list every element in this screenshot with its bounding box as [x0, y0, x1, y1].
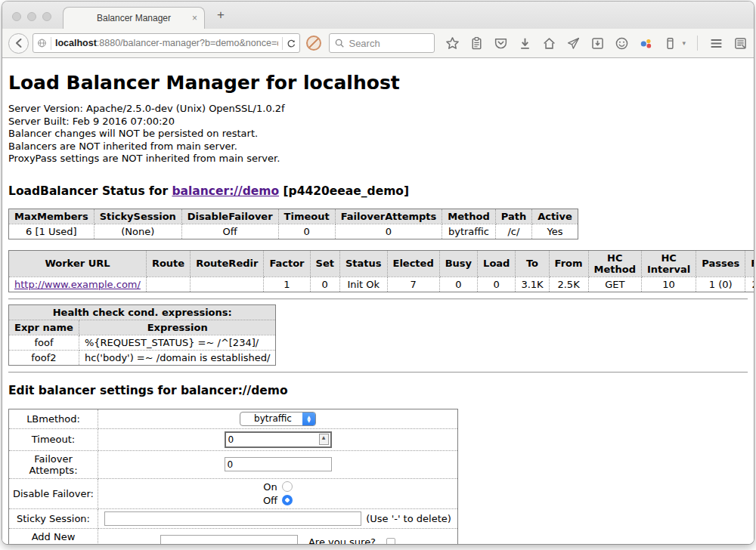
- cell-expression: hc('body') =~ /domain is established/: [79, 350, 276, 365]
- lbmethod-select[interactable]: bytraffic ▲▼: [240, 412, 316, 426]
- column-header: MaxMembers: [9, 209, 94, 224]
- balancer-status-table: MaxMembers StickySession DisableFailover…: [8, 209, 578, 239]
- disable-failover-off-radio[interactable]: [282, 495, 293, 505]
- health-check-title: Health check cond. expressions:: [9, 304, 276, 320]
- content-blocked-icon[interactable]: [306, 36, 321, 51]
- timeout-label: Timeout:: [9, 428, 98, 450]
- table-title-row: Health check cond. expressions:: [9, 304, 276, 320]
- health-check-table: Health check cond. expressions: Expr nam…: [8, 304, 276, 366]
- site-identity-globe-icon[interactable]: [37, 37, 47, 49]
- sticky-session-input[interactable]: [104, 511, 361, 526]
- back-button[interactable]: [8, 33, 29, 54]
- traffic-lights: [12, 12, 51, 21]
- form-row-sticky: Sticky Session: (Use '-' to delete): [9, 508, 458, 528]
- downloads-icon[interactable]: [518, 36, 532, 51]
- dropdown-caret-icon[interactable]: ▾: [682, 39, 686, 47]
- minimize-window-button[interactable]: [27, 12, 36, 21]
- cell-set: 0: [310, 277, 339, 292]
- cell-disablefailover: Off: [181, 224, 278, 239]
- bookmark-star-icon[interactable]: [445, 36, 460, 51]
- column-header: DisableFailover: [181, 209, 278, 224]
- failover-attempts-label: Failover Attempts:: [9, 450, 98, 478]
- disable-failover-label: Disable Failover:: [9, 478, 98, 508]
- sticky-session-label: Sticky Session:: [9, 508, 98, 528]
- status-heading-suffix: [p4420eeae_demo]: [279, 184, 409, 198]
- server-version-line: Server Version: Apache/2.5.0-dev (Unix) …: [8, 103, 748, 116]
- balancer-demo-link[interactable]: balancer://demo: [172, 184, 279, 198]
- lbmethod-cell: bytraffic ▲▼: [98, 409, 458, 428]
- form-row-add-worker: Add New Worker: Are you sure?: [9, 528, 458, 544]
- table-header-row: MaxMembers StickySession DisableFailover…: [9, 209, 578, 224]
- cell-worker-url: http://www.example.com/: [9, 277, 147, 292]
- grid-extension-icon[interactable]: [733, 36, 748, 51]
- cell-to: 3.1K: [516, 277, 549, 292]
- cell-busy: 0: [439, 277, 477, 292]
- zoom-window-button[interactable]: [42, 12, 51, 21]
- column-header: HC Interval: [641, 250, 696, 277]
- search-bar[interactable]: Search: [329, 33, 435, 53]
- cell-status: Init Ok: [339, 277, 387, 292]
- back-arrow-icon: [13, 37, 25, 49]
- column-header: Status: [339, 250, 387, 277]
- timeout-cell: 0 ▲: [98, 428, 458, 450]
- table-row: foof2 hc('body') =~ /domain is establish…: [9, 350, 276, 365]
- pocket-icon[interactable]: [494, 36, 508, 51]
- disable-failover-on-radio[interactable]: [282, 481, 293, 492]
- container-tab-icon[interactable]: [663, 36, 677, 51]
- cell-failoverattempts: 0: [335, 224, 442, 239]
- save-to-box-icon[interactable]: [590, 36, 605, 51]
- column-header: StickySession: [94, 209, 181, 224]
- cell-load: 0: [478, 277, 516, 292]
- send-telemetry-icon[interactable]: [566, 36, 581, 51]
- cell-active: Yes: [532, 224, 578, 239]
- cell-expression: %{REQUEST_STATUS} =~ /^[234]/: [79, 335, 276, 350]
- timeout-value: 0: [226, 434, 319, 445]
- cell-routeredir: [191, 277, 264, 292]
- chat-smiley-icon[interactable]: [615, 36, 629, 51]
- title-bar: Balancer Manager × +: [2, 2, 754, 29]
- inherit-notice-line: Balancers are NOT inherited from main se…: [8, 141, 748, 153]
- url-bar[interactable]: localhost:8880/balancer-manager?b=demo&n…: [33, 33, 300, 53]
- close-window-button[interactable]: [12, 12, 21, 21]
- table-row: 6 [1 Used] (None) Off 0 0 bytraffic /c/ …: [9, 224, 578, 239]
- table-row: foof %{REQUEST_STATUS} =~ /^[234]/: [9, 335, 276, 350]
- number-spinner-icon[interactable]: ▲: [319, 434, 329, 445]
- column-header: Path: [495, 209, 531, 224]
- are-you-sure-checkbox[interactable]: [386, 538, 395, 545]
- new-tab-button[interactable]: +: [217, 8, 225, 23]
- cell-fails: 2 (0): [745, 277, 754, 292]
- column-header: Elected: [387, 250, 439, 277]
- worker-row: http://www.example.com/ 1 0 Init Ok 7 0 …: [9, 277, 754, 292]
- cell-expr-name: foof: [9, 335, 79, 350]
- column-header: Factor: [264, 250, 310, 277]
- column-header: Route: [146, 250, 190, 277]
- reading-list-icon[interactable]: [469, 36, 484, 51]
- close-tab-icon[interactable]: ×: [192, 13, 197, 23]
- colored-dots-extension-icon[interactable]: [639, 36, 653, 51]
- column-header: Timeout: [278, 209, 335, 224]
- url-host: localhost: [55, 38, 97, 48]
- menu-hamburger-icon[interactable]: [709, 36, 723, 51]
- cell-path: /c/: [495, 224, 531, 239]
- timeout-input[interactable]: 0 ▲: [225, 431, 332, 448]
- add-worker-input[interactable]: [160, 535, 298, 544]
- cell-hc-method: GET: [588, 277, 641, 292]
- failover-attempts-input[interactable]: [225, 457, 332, 471]
- server-built-line: Server Built: Feb 9 2016 07:00:20: [8, 116, 748, 128]
- are-you-sure-label: Are you sure?: [308, 536, 376, 544]
- column-header: FailoverAttempts: [335, 209, 442, 224]
- column-header: Worker URL: [9, 250, 147, 277]
- column-header: From: [549, 250, 588, 277]
- worker-url-link[interactable]: http://www.example.com/: [14, 279, 141, 290]
- column-header: Busy: [439, 250, 477, 277]
- page-title: Load Balancer Manager for localhost: [8, 72, 748, 94]
- lbmethod-label: LBmethod:: [9, 409, 98, 428]
- reload-icon[interactable]: [287, 38, 296, 49]
- address-text[interactable]: localhost:8880/balancer-manager?b=demo&n…: [55, 38, 278, 48]
- column-header: Expr name: [9, 320, 79, 335]
- proxypass-notice-line: ProxyPass settings are NOT inherited fro…: [8, 153, 748, 165]
- home-icon[interactable]: [542, 36, 556, 51]
- urlbar-separator2: [282, 37, 283, 50]
- tab-balancer-manager[interactable]: Balancer Manager ×: [63, 7, 205, 29]
- loadbalancer-status-heading: LoadBalancer Status for balancer://demo …: [8, 184, 748, 198]
